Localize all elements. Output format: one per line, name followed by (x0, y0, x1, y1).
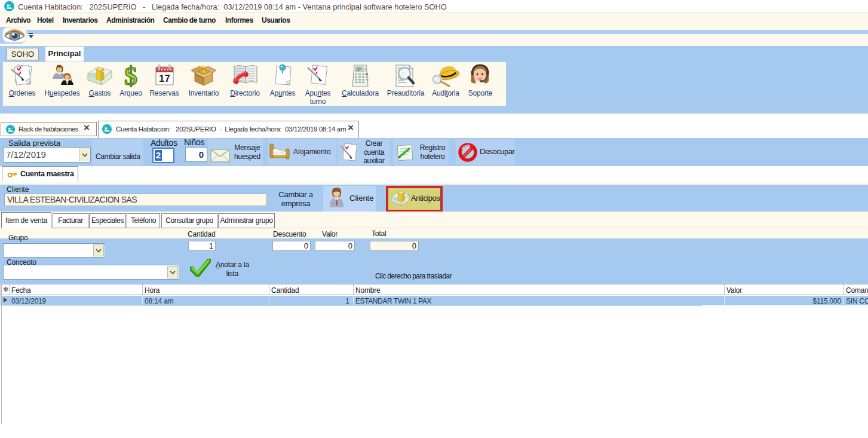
svg-text:17: 17 (159, 73, 170, 84)
svg-text:$: $ (124, 63, 137, 90)
